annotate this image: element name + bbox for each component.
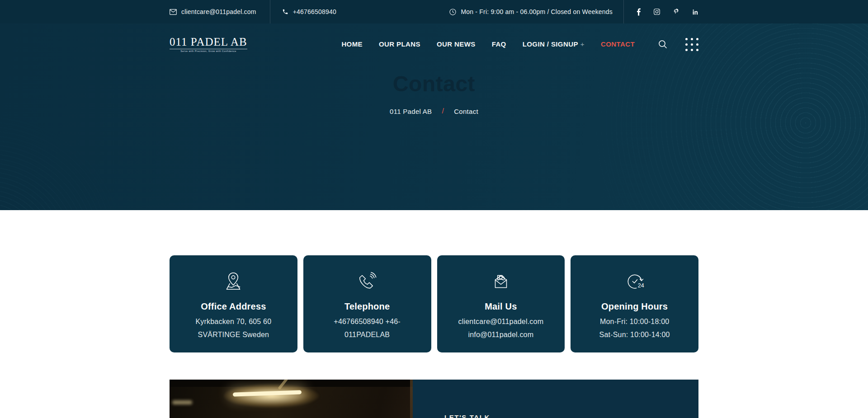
card-text: SVÄRTINGE Sweden (170, 329, 297, 340)
map-pin-icon (222, 270, 245, 293)
card-text: Mon-Fri: 10:00-18:00 (571, 316, 698, 327)
card-text: Kyrkbacken 70, 605 60 (170, 316, 297, 327)
topbar-email-link[interactable]: clientcare@011padel.com (170, 0, 270, 23)
nav-item-faq[interactable]: FAQ (492, 40, 506, 48)
lets-talk-panel: LET'S TALK (413, 380, 698, 418)
opening-hours-card: 24 Opening Hours Mon-Fri: 10:00-18:00 Sa… (571, 255, 698, 352)
card-text: info@011padel.com (437, 329, 565, 340)
logo-title: 011 PADEL AB (170, 36, 247, 47)
card-text: Sat-Sun: 10:00-14:00 (571, 329, 698, 340)
page-title: Contact (0, 71, 868, 96)
page: clientcare@011padel.com +46766508940 M (0, 0, 868, 418)
nav-item-home[interactable]: HOME (341, 40, 363, 48)
phone-rings-icon (356, 270, 378, 293)
card-text: +46766508940 +46- (303, 316, 431, 327)
card-text: clientcare@011padel.com (437, 316, 565, 327)
office-address-card: Office Address Kyrkbacken 70, 605 60 SVÄ… (170, 255, 297, 352)
nav-item-login-signup[interactable]: LOGIN / SIGNUP+ (523, 40, 585, 48)
main-nav: 011 PADEL AB Serve with Precision, Grow … (170, 23, 698, 52)
pinterest-icon[interactable] (673, 8, 679, 16)
social-links (624, 0, 698, 23)
opening-hours-item: Mon - Fri: 9:00 am - 06.00pm / Closed on… (449, 0, 623, 23)
breadcrumb-current: Contact (454, 108, 478, 115)
hero-section: 011 PADEL AB Serve with Precision, Grow … (0, 23, 868, 210)
card-title: Mail Us (437, 301, 565, 312)
card-title: Opening Hours (571, 301, 698, 312)
nav-item-contact[interactable]: CONTACT (601, 40, 635, 48)
menu-grid-button[interactable] (685, 38, 698, 51)
lets-talk-label: LET'S TALK (444, 413, 698, 418)
nav-menu: HOME OUR PLANS OUR NEWS FAQ LOGIN / SIGN… (341, 40, 635, 48)
telephone-card: Telephone +46766508940 +46- 011PADELAB (303, 255, 431, 352)
topbar-info-group: Mon - Fri: 9:00 am - 06.00pm / Closed on… (449, 0, 698, 23)
card-text: 011PADELAB (303, 329, 431, 340)
mail-us-card: Mail Us clientcare@011padel.com info@011… (437, 255, 565, 352)
linkedin-icon[interactable] (692, 9, 698, 15)
nav-item-our-plans[interactable]: OUR PLANS (379, 40, 420, 48)
phone-icon (282, 9, 288, 15)
topbar: clientcare@011padel.com +46766508940 M (0, 0, 868, 23)
search-icon (658, 40, 667, 49)
breadcrumb: 011 Padel AB / Contact (0, 107, 868, 115)
grid-dots-icon (685, 38, 698, 51)
padel-court-photo (170, 380, 413, 418)
facebook-icon[interactable] (637, 8, 641, 16)
nav-item-our-news[interactable]: OUR NEWS (437, 40, 476, 48)
opening-hours-text: Mon - Fri: 9:00 am - 06.00pm / Closed on… (461, 8, 613, 15)
clock-24-icon: 24 (623, 270, 646, 293)
search-button[interactable] (658, 40, 667, 49)
mail-open-icon (490, 270, 512, 293)
topbar-phone-link[interactable]: +46766508940 (270, 0, 336, 23)
lets-talk-section: LET'S TALK (0, 380, 868, 418)
breadcrumb-home-link[interactable]: 011 Padel AB (390, 108, 432, 115)
topbar-email-text: clientcare@011padel.com (181, 8, 256, 15)
logo-tagline: Serve with Precision, Grow with Confiden… (170, 49, 247, 52)
card-title: Office Address (170, 301, 297, 312)
card-title: Telephone (303, 301, 431, 312)
topbar-contact-group: clientcare@011padel.com +46766508940 (170, 0, 336, 23)
site-logo[interactable]: 011 PADEL AB Serve with Precision, Grow … (170, 36, 247, 52)
email-icon (170, 9, 177, 15)
svg-text:24: 24 (637, 282, 644, 289)
dropdown-plus-icon: + (580, 40, 585, 48)
topbar-phone-text: +46766508940 (293, 8, 336, 15)
breadcrumb-separator: / (442, 107, 444, 115)
instagram-icon[interactable] (653, 8, 660, 15)
clock-icon (449, 9, 456, 15)
contact-info-section: Office Address Kyrkbacken 70, 605 60 SVÄ… (0, 210, 868, 352)
